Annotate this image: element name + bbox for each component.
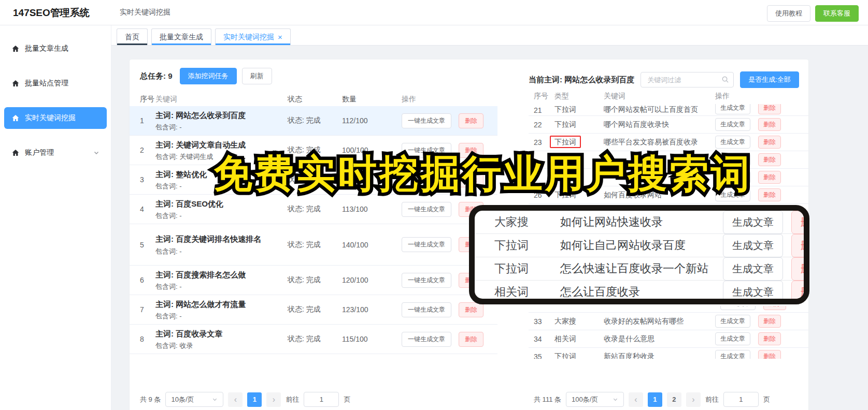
generate-article-button[interactable]: 生成文章 — [715, 332, 750, 345]
per-page-select[interactable]: 10条/页 — [165, 392, 223, 407]
generate-article-button[interactable]: 生成文章 — [720, 306, 756, 310]
task-row[interactable]: 6 主词: 百度搜索排名怎么做包含词: - 状态: 完成 120/100 一键生… — [130, 266, 497, 295]
goto-page-input[interactable] — [723, 392, 759, 407]
generate-article-button[interactable]: 生成文章 — [715, 171, 750, 184]
keyword-row: 34 相关词 收录是什么意思 生成文章删除 — [529, 330, 808, 348]
task-row[interactable]: 3 主词: 整站优化包含词: - 状态: 完成 一键生成文章删除 — [130, 165, 497, 195]
generate-article-button[interactable]: 一键生成文章 — [402, 172, 451, 187]
delete-button[interactable]: 删除 — [459, 302, 483, 317]
generate-article-button[interactable]: 生成文章 — [715, 188, 750, 201]
col-action: 操作 — [715, 92, 808, 104]
generate-article-button[interactable]: 一键生成文章 — [402, 202, 451, 217]
page-suffix: 页 — [344, 395, 350, 404]
task-subtitle: 包含词: - — [155, 282, 282, 291]
add-task-button[interactable]: 添加挖词任务 — [180, 68, 237, 84]
keyword-text: 收录是什么意思 — [604, 334, 715, 344]
task-row[interactable]: 7 主词: 网站怎么做才有流量包含词: - 状态: 完成 123/100 一键生… — [130, 295, 497, 325]
keyword-row-clipped: 生成文章删除 — [529, 306, 808, 313]
task-subtitle: 包含词: - — [155, 123, 282, 132]
breadcrumb: 实时关键词挖掘 — [120, 8, 170, 17]
col-quantity: 数量 — [342, 95, 402, 104]
generated-filter-button[interactable]: 是否生成:全部 — [740, 71, 799, 88]
delete-button[interactable]: 删除 — [758, 188, 781, 201]
delete-button[interactable]: 删除 — [758, 153, 781, 166]
keyword-index: 35 — [534, 353, 554, 359]
col-keyword: 关键词 — [604, 92, 715, 104]
page-number-1[interactable]: 1 — [648, 392, 662, 407]
refresh-button[interactable]: 刷新 — [242, 68, 272, 84]
delete-button[interactable]: 删除 — [459, 172, 483, 187]
next-page-button[interactable]: › — [266, 392, 281, 407]
tab-home[interactable]: 首页 — [117, 28, 148, 45]
task-status: 状态: 完成 — [288, 204, 342, 214]
delete-button[interactable]: 删除 — [758, 171, 781, 184]
generate-article-button[interactable]: 生成文章 — [715, 153, 750, 166]
delete-button[interactable]: 删除 — [758, 136, 781, 149]
task-row[interactable]: 5 主词: 百度关键词排名快速排名包含词: - 状态: 完成 140/100 一… — [130, 224, 497, 266]
tab-label: 批量文章生成 — [160, 33, 203, 42]
app-logo: 147SEO管理系统 — [13, 6, 90, 20]
tab-realtime-keywords[interactable]: 实时关键词挖掘 × — [215, 28, 291, 45]
prev-page-button[interactable]: ‹ — [629, 392, 643, 407]
keyword-index: 34 — [534, 335, 554, 343]
generate-article-button[interactable]: 一键生成文章 — [402, 332, 451, 347]
task-index: 5 — [140, 241, 155, 249]
tab-close-icon[interactable]: × — [278, 33, 282, 41]
delete-button[interactable]: 删除 — [459, 113, 483, 128]
help-button[interactable]: 使用教程 — [767, 5, 810, 22]
delete-button[interactable]: 删除 — [758, 118, 781, 131]
sidebar-item-account[interactable]: 账户管理 — [4, 142, 107, 164]
next-page-button[interactable]: › — [686, 392, 701, 407]
chevron-down-icon — [93, 150, 99, 156]
delete-button[interactable]: 删除 — [758, 315, 781, 328]
delete-button: 删除 — [791, 257, 809, 281]
prev-page-button[interactable]: ‹ — [228, 392, 243, 407]
page-number-2[interactable]: 2 — [667, 392, 681, 407]
generate-article-button[interactable]: 一键生成文章 — [402, 302, 451, 317]
generate-article-button[interactable]: 一键生成文章 — [402, 237, 451, 252]
task-row[interactable]: 1 主词: 网站怎么收录到百度包含词: - 状态: 完成 112/100 一键生… — [130, 106, 497, 136]
task-index: 1 — [140, 116, 155, 125]
contact-support-button[interactable]: 联系客服 — [815, 5, 859, 22]
task-quantity: 112/100 — [342, 116, 402, 125]
delete-button[interactable]: 删除 — [459, 332, 483, 347]
task-row[interactable]: 2 主词: 关键词文章自动生成包含词: 关键词生成 状态: 完成 100/100… — [130, 136, 497, 165]
keyword-row: 生成文章删除 — [529, 169, 808, 186]
per-page-value: 100条/页 — [572, 395, 598, 404]
generate-article-button[interactable]: 生成文章 — [715, 136, 750, 149]
generate-article-button[interactable]: 生成文章 — [715, 104, 750, 114]
delete-button[interactable]: 删除 — [758, 104, 781, 114]
keyword-type: 下拉词 — [494, 261, 560, 276]
col-type: 类型 — [554, 92, 604, 104]
delete-button[interactable]: 删除 — [459, 143, 483, 158]
goto-page-input[interactable] — [304, 392, 339, 407]
generate-article-button[interactable]: 生成文章 — [715, 315, 750, 328]
home-icon — [11, 114, 20, 122]
generate-article-button: 生成文章 — [723, 234, 783, 257]
task-row[interactable]: 8 主词: 百度收录文章包含词: 收录 状态: 完成 115/100 一键生成文… — [130, 325, 497, 354]
generate-article-button[interactable]: 一键生成文章 — [402, 113, 451, 128]
keyword-text: 哪些平台发文容易被百度收录 — [604, 138, 715, 147]
generate-article-button[interactable]: 生成文章 — [715, 118, 750, 131]
total-tasks-label: 总任务: 9 — [140, 71, 173, 81]
delete-button[interactable]: 删除 — [758, 350, 781, 359]
generate-article-button[interactable]: 一键生成文章 — [402, 273, 451, 288]
page-number-1[interactable]: 1 — [247, 392, 262, 407]
per-page-select[interactable]: 100条/页 — [566, 392, 624, 407]
keyword-type: 下拉词 — [554, 352, 576, 359]
keyword-filter-input[interactable] — [641, 72, 734, 87]
page-suffix: 页 — [763, 395, 770, 404]
header-actions: 使用教程 联系客服 — [767, 5, 859, 22]
sidebar-item-realtime-keywords[interactable]: 实时关键词挖掘 — [4, 107, 107, 129]
tab-batch-articles[interactable]: 批量文章生成 — [151, 28, 211, 45]
magnified-row: 大家搜 如何让网站快速收录 生成文章 删除 — [475, 211, 804, 234]
sidebar-item-batch-sites[interactable]: 批量站点管理 — [4, 72, 107, 94]
generate-article-button[interactable]: 生成文章 — [715, 350, 750, 359]
delete-button[interactable]: 删除 — [758, 332, 781, 345]
delete-button[interactable]: 删除 — [763, 306, 786, 310]
task-row[interactable]: 4 主词: 百度SEO优化包含词: - 状态: 完成 113/100 一键生成文… — [130, 195, 497, 224]
tab-label: 实时关键词挖掘 — [223, 33, 274, 42]
sidebar-item-batch-articles[interactable]: 批量文章生成 — [4, 38, 107, 60]
generate-article-button[interactable]: 一键生成文章 — [402, 143, 451, 158]
generate-article-button: 生成文章 — [723, 281, 783, 304]
